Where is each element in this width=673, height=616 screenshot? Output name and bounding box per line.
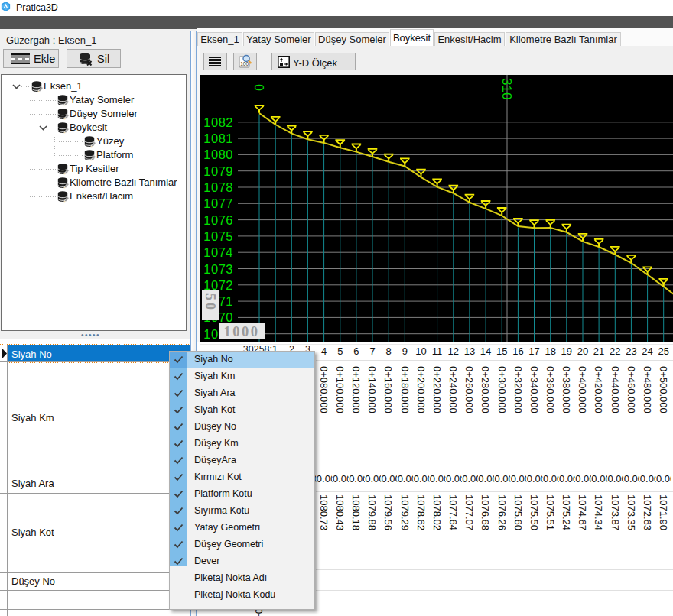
svg-text:0: 0	[252, 84, 265, 91]
svg-text:50: 50	[203, 293, 218, 312]
svg-text:310: 310	[499, 78, 514, 99]
svg-text:1076: 1076	[203, 213, 233, 227]
svg-text:1073: 1073	[203, 262, 233, 276]
svg-text:1000: 1000	[224, 324, 260, 339]
svg-text:1075: 1075	[203, 229, 233, 243]
svg-text:100: 100	[240, 61, 249, 66]
svg-text:1082: 1082	[203, 115, 233, 129]
svg-text:1077: 1077	[203, 196, 233, 210]
svg-text:1081: 1081	[203, 131, 233, 145]
svg-text:1074: 1074	[203, 245, 233, 259]
svg-text:1079: 1079	[203, 164, 233, 178]
svg-text:1080: 1080	[203, 148, 233, 161]
svg-text:1078: 1078	[203, 180, 233, 194]
